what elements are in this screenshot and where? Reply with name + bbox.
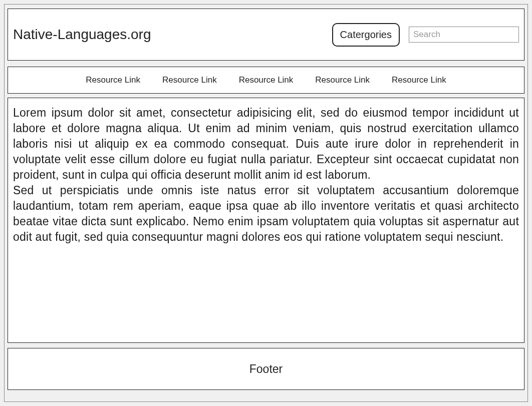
page-frame: Native-Languages.org Catergories Resourc… [4,4,528,402]
nav-bar: Resource Link Resource Link Resource Lin… [8,67,524,94]
nav-link[interactable]: Resource Link [315,75,370,85]
content-paragraph: Lorem ipsum dolor sit amet, consectetur … [13,105,519,183]
site-title: Native-Languages.org [13,27,332,43]
categories-button[interactable]: Catergories [332,23,400,47]
nav-link[interactable]: Resource Link [162,75,217,85]
search-input[interactable] [413,30,519,40]
main-content: Lorem ipsum dolor sit amet, consectetur … [8,98,524,343]
header: Native-Languages.org Catergories [8,9,524,61]
search-field[interactable] [409,27,519,43]
content-paragraph: Sed ut perspiciatis unde omnis iste natu… [13,183,519,245]
footer: Footer [8,348,524,390]
nav-link[interactable]: Resource Link [239,75,294,85]
nav-link[interactable]: Resource Link [86,75,140,85]
footer-text: Footer [249,362,283,376]
nav-link[interactable]: Resource Link [392,75,446,85]
